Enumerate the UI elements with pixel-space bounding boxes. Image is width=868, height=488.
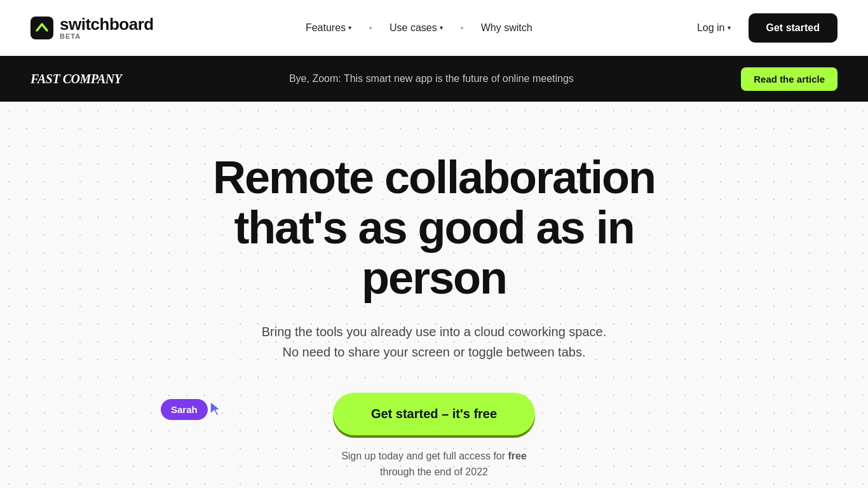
fast-company-logo: FAST COMPANY	[31, 72, 121, 86]
navbar: switchboard BETA Features ▾ Use cases ▾ …	[0, 0, 868, 56]
nav-features[interactable]: Features ▾	[295, 17, 362, 39]
logo-beta: BETA	[60, 32, 154, 40]
nav-separator	[461, 27, 463, 29]
cta-area: Sarah Get started – it's free Sign up to…	[31, 393, 837, 480]
hero-section: Remote collaboration that's as good as i…	[0, 102, 868, 488]
logo-icon	[31, 17, 53, 39]
login-button[interactable]: Log in ▾	[684, 16, 743, 40]
nav-why-switch[interactable]: Why switch	[471, 17, 543, 39]
sarah-badge: Sarah	[161, 399, 208, 420]
get-started-free-button[interactable]: Get started – it's free	[333, 393, 535, 435]
logo-name: switchboard	[60, 16, 154, 32]
nav-use-cases[interactable]: Use cases ▾	[379, 17, 453, 39]
hero-subtitle: Bring the tools you already use into a c…	[262, 322, 607, 362]
logo[interactable]: switchboard BETA	[31, 16, 154, 40]
nav-separator	[369, 27, 372, 29]
free-access-text: Sign up today and get full access for fr…	[341, 448, 527, 480]
cursor-icon	[205, 399, 226, 419]
get-started-nav-button[interactable]: Get started	[749, 13, 837, 43]
chevron-down-icon: ▾	[728, 24, 731, 31]
announcement-text: Bye, Zoom: This smart new app is the fut…	[137, 73, 726, 85]
announcement-bar: FAST COMPANY Bye, Zoom: This smart new a…	[0, 56, 868, 102]
nav-links: Features ▾ Use cases ▾ Why switch	[295, 17, 543, 39]
hero-title: Remote collaboration that's as good as i…	[173, 152, 695, 304]
sarah-cursor: Sarah	[161, 399, 226, 420]
svg-rect-0	[31, 17, 53, 39]
logo-text: switchboard BETA	[60, 16, 154, 40]
chevron-down-icon: ▾	[440, 24, 443, 31]
read-article-button[interactable]: Read the article	[741, 67, 837, 91]
nav-right: Log in ▾ Get started	[684, 13, 837, 43]
chevron-down-icon: ▾	[348, 24, 351, 31]
